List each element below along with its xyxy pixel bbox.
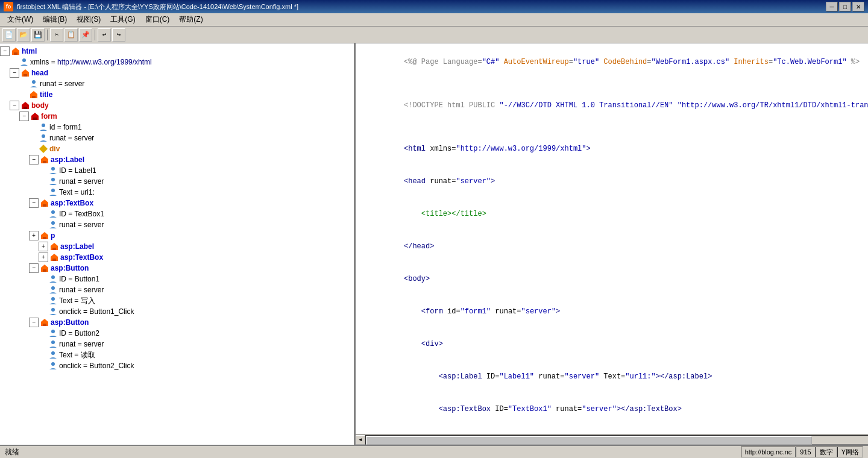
label-onclick2: onclick = Button2_Click	[59, 362, 134, 370]
title-bar-buttons: ─ □ ✕	[826, 2, 864, 11]
expander-html[interactable]: −	[0, 46, 10, 56]
code-editor[interactable]: <%@ Page Language="C#" AutoEventWireup="…	[356, 43, 868, 434]
tree-node-div[interactable]: div	[0, 143, 354, 154]
tree-node-p[interactable]: + p	[0, 230, 354, 241]
tree-node-asptextbox2-stub[interactable]: + asp:TextBox	[0, 252, 354, 263]
expander-form[interactable]: −	[19, 111, 29, 121]
maximize-button[interactable]: □	[839, 2, 851, 11]
label-p: p	[51, 231, 55, 240]
label-text-write: Text = 写入	[59, 296, 95, 306]
tree-node-id-button2[interactable]: ID = Button2	[0, 328, 354, 339]
code-line-blank2	[360, 122, 868, 133]
tree-node-asplabel2-stub[interactable]: + asp:Label	[0, 241, 354, 252]
title-bar-left: fo firstobject XML 编辑器 - [E:\个人程序大全\YYS政…	[4, 2, 298, 11]
right-hscroll-thumb[interactable]	[366, 436, 812, 445]
svg-point-34	[51, 297, 55, 301]
svg-rect-21	[43, 204, 46, 207]
right-hscrollbar[interactable]	[365, 435, 868, 445]
label-runat6: runat = server	[59, 340, 104, 348]
label-div: div	[49, 145, 60, 153]
icon-text1	[48, 187, 58, 197]
toolbar-paste[interactable]: 📌	[79, 28, 92, 42]
tree-node-text-write[interactable]: Text = 写入	[0, 295, 354, 306]
tree-node-asptextbox1[interactable]: − asp:TextBox	[0, 198, 354, 209]
menu-help[interactable]: 帮助(Z)	[174, 13, 207, 26]
label-aspbutton2: asp:Button	[51, 318, 89, 327]
label-text1: Text = url1:	[59, 188, 95, 196]
tree-node-id-form1[interactable]: id = form1	[0, 122, 354, 133]
tree-node-id-textbox1[interactable]: ID = TextBox1	[0, 209, 354, 219]
window-title: firstobject XML 编辑器 - [E:\个人程序大全\YYS政府网站…	[17, 2, 298, 11]
minimize-button[interactable]: ─	[826, 2, 838, 11]
tree-node-text-read[interactable]: Text = 读取	[0, 350, 354, 360]
tree-node-aspbutton1[interactable]: − asp:Button	[0, 263, 354, 274]
status-text: 就绪	[5, 447, 19, 457]
tree-node-xmlns[interactable]: xmlns = http://www.w3.org/1999/xhtml	[0, 57, 354, 67]
tree-node-runat1[interactable]: runat = server	[0, 78, 354, 89]
tree-node-onclick1[interactable]: onclick = Button1_Click	[0, 306, 354, 317]
code-line-2: <!DOCTYPE html PUBLIC "-//W3C//DTD XHTML…	[360, 89, 868, 122]
main-container: − html xmlns = http://www.w3.org/1999/xh…	[0, 43, 868, 445]
code-line-11: <asp:TextBox ID="TextBox1" runat="server…	[360, 393, 868, 425]
label-head: head	[31, 69, 48, 77]
menu-edit[interactable]: 编辑(B)	[38, 13, 72, 26]
label-html: html	[22, 47, 37, 55]
expander-body[interactable]: −	[10, 101, 19, 110]
tree-node-form[interactable]: − form	[0, 111, 354, 122]
icon-p	[40, 231, 49, 240]
tree-node-id-button1[interactable]: ID = Button1	[0, 274, 354, 284]
toolbar-open[interactable]: 📂	[17, 28, 30, 42]
icon-runat4	[48, 220, 58, 230]
tree-node-onclick2[interactable]: onclick = Button2_Click	[0, 360, 354, 371]
tree-node-title[interactable]: title	[0, 89, 354, 100]
tree-node-asplabel1[interactable]: − asp:Label	[0, 154, 354, 165]
svg-point-12	[42, 124, 45, 127]
label-runat2: runat = server	[49, 134, 94, 142]
tree-node-runat5[interactable]: runat = server	[0, 284, 354, 295]
menu-bar: 文件(W) 编辑(B) 视图(S) 工具(G) 窗口(C) 帮助(Z)	[0, 13, 868, 27]
svg-point-18	[51, 178, 55, 181]
icon-text-write	[48, 296, 58, 306]
expander-asptextbox1[interactable]: −	[29, 198, 39, 208]
menu-window[interactable]: 窗口(C)	[140, 13, 175, 26]
svg-point-35	[51, 308, 55, 312]
icon-onclick1	[48, 307, 58, 316]
toolbar-new[interactable]: 📄	[2, 28, 16, 42]
tree-node-runat2[interactable]: runat = server	[0, 133, 354, 143]
menu-file[interactable]: 文件(W)	[2, 13, 38, 26]
tree-node-runat3[interactable]: runat = server	[0, 176, 354, 187]
expander-asptextbox2[interactable]: +	[39, 253, 48, 262]
expander-aspbutton2[interactable]: −	[29, 318, 39, 327]
tree-node-html[interactable]: − html	[0, 46, 354, 57]
svg-rect-31	[43, 269, 46, 272]
tree-node-head[interactable]: − head	[0, 67, 354, 78]
code-line-10: <asp:Label ID="Label1" runat="server" Te…	[360, 360, 868, 393]
scroll-left-arrow[interactable]: ◄	[356, 435, 365, 445]
tree-node-body[interactable]: − body	[0, 100, 354, 111]
svg-rect-37	[43, 324, 46, 326]
tree-node-id-label1[interactable]: ID = Label1	[0, 165, 354, 176]
tree-node-aspbutton2[interactable]: − asp:Button	[0, 317, 354, 328]
expander-asplabel2[interactable]: +	[39, 242, 48, 251]
toolbar-cut[interactable]: ✂	[50, 28, 63, 42]
menu-view[interactable]: 视图(S)	[72, 13, 105, 26]
tree-node-runat6[interactable]: runat = server	[0, 339, 354, 350]
icon-div	[39, 144, 48, 154]
menu-tools[interactable]: 工具(G)	[105, 13, 140, 26]
toolbar-undo[interactable]: ↩	[98, 28, 111, 42]
expander-p[interactable]: +	[29, 231, 39, 240]
svg-point-38	[51, 330, 55, 333]
label-runat5: runat = server	[59, 286, 104, 294]
toolbar-save[interactable]: 💾	[31, 28, 45, 42]
close-button[interactable]: ✕	[852, 2, 864, 11]
toolbar-copy[interactable]: 📋	[64, 28, 78, 42]
tree-node-runat4[interactable]: runat = server	[0, 219, 354, 230]
svg-point-17	[51, 167, 55, 171]
expander-aspbutton1[interactable]: −	[29, 263, 39, 273]
label-id-textbox1: ID = TextBox1	[59, 210, 104, 218]
icon-xmlns	[19, 57, 29, 67]
toolbar-redo[interactable]: ↪	[112, 28, 125, 42]
expander-head[interactable]: −	[10, 68, 19, 78]
expander-asplabel1[interactable]: −	[29, 155, 39, 165]
tree-node-text1[interactable]: Text = url1:	[0, 187, 354, 198]
